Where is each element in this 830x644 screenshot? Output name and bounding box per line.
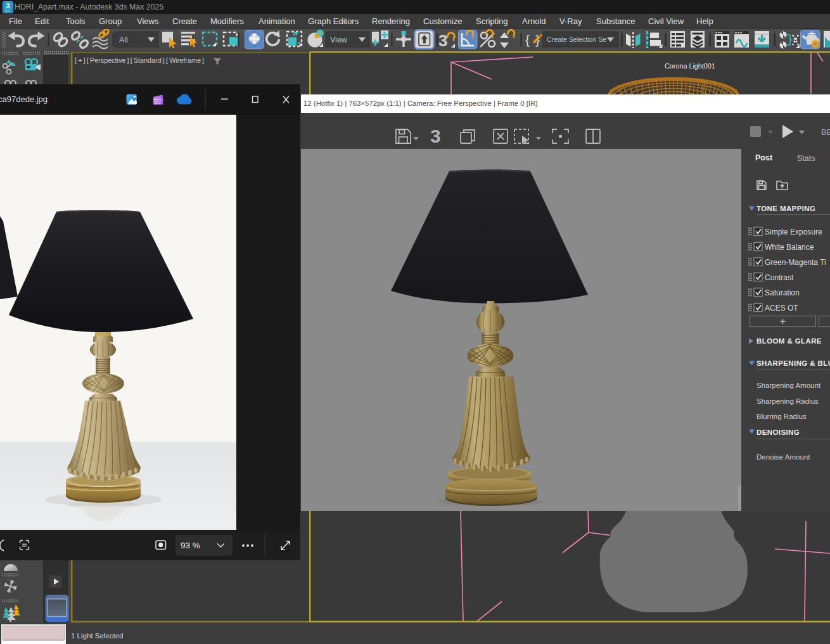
svg-text:View: View <box>330 35 348 44</box>
svg-text:Corona Light001: Corona Light001 <box>665 62 715 70</box>
svg-text:BE: BE <box>821 128 830 137</box>
svg-text:Create Selection Se: Create Selection Se <box>547 35 606 43</box>
svg-text:All: All <box>119 35 128 44</box>
svg-text:MAX: MAX <box>5 10 11 13</box>
svg-text:93 %: 93 % <box>181 541 200 550</box>
svg-text:{: { <box>525 32 530 47</box>
svg-text:3: 3 <box>430 126 441 146</box>
svg-text:3: 3 <box>438 31 447 50</box>
svg-text:[ + ] [ Perspective ] [ Standa: [ + ] [ Perspective ] [ Standard ] [ Wir… <box>75 56 204 64</box>
svg-text:3: 3 <box>6 2 10 10</box>
